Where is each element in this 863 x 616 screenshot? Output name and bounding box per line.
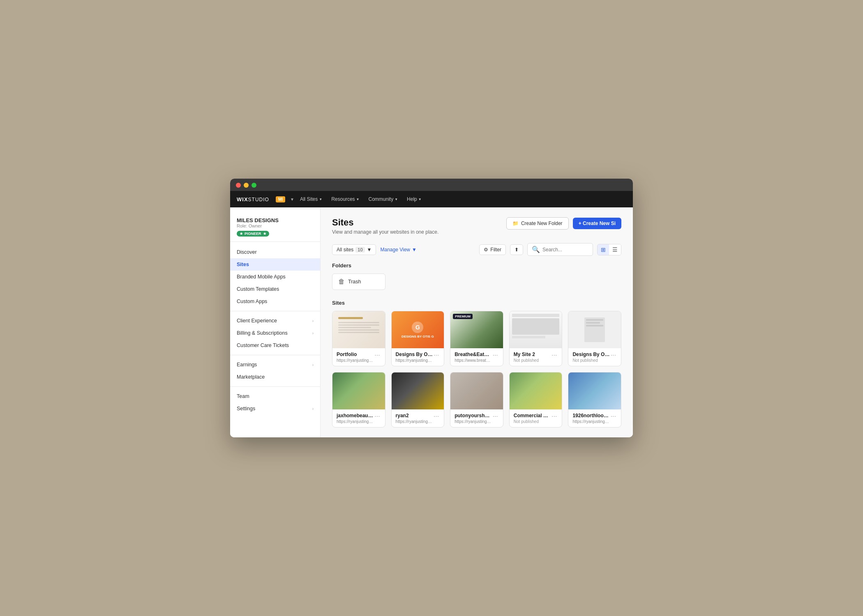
site-card-portfolio[interactable]: Portfolio https://ryanjustingilbe... ··· xyxy=(332,311,385,366)
export-icon: ⬆ xyxy=(515,247,519,253)
site-status: Not published xyxy=(514,358,551,363)
premium-badge: PREMIUM xyxy=(453,314,473,319)
nav-chevron-icon[interactable]: ▼ xyxy=(290,197,294,202)
site-info-commercial: Commercial Shoot 1 Not published xyxy=(514,413,551,424)
site-info-mysite2: My Site 2 Not published xyxy=(514,352,551,363)
site-more-button[interactable]: ··· xyxy=(610,352,617,359)
sidebar-item-sites[interactable]: Sites xyxy=(230,258,320,271)
sidebar-item-team[interactable]: Team xyxy=(230,390,320,402)
site-more-button[interactable]: ··· xyxy=(433,413,440,420)
sidebar-item-discover[interactable]: Discover xyxy=(230,246,320,258)
site-url: https://ryanjustingilbe... xyxy=(396,358,433,363)
chevron-down-icon: ▼ xyxy=(395,198,398,201)
site-info-designs2: Designs By Otis G Not published xyxy=(572,352,609,363)
list-view-button[interactable]: ☰ xyxy=(609,244,621,255)
search-box[interactable]: 🔍 xyxy=(527,243,593,256)
sidebar-item-customer-care[interactable]: Customer Care Tickets xyxy=(230,339,320,352)
sidebar: MILES DESIGNS Role: Owner ★ PIONEER ★ Di… xyxy=(230,207,321,437)
site-more-button[interactable]: ··· xyxy=(551,352,558,359)
all-sites-dropdown[interactable]: All sites 10 ▼ xyxy=(332,244,376,255)
traffic-light-green[interactable] xyxy=(252,183,256,188)
site-name: My Site 2 xyxy=(514,352,551,357)
site-card-body-jax: jaxhomebeauties https://ryanjustingilbe.… xyxy=(332,409,385,427)
sidebar-divider-2 xyxy=(230,355,320,355)
nav-help[interactable]: Help ▼ xyxy=(404,195,425,204)
sidebar-item-earnings[interactable]: Earnings › xyxy=(230,359,320,371)
site-thumbnail-breathe: PREMIUM xyxy=(450,311,503,348)
site-card-body-mysite2: My Site 2 Not published ··· xyxy=(510,348,562,366)
site-card-commercial[interactable]: Commercial Shoot 1 Not published ··· xyxy=(509,372,563,428)
site-card-jax[interactable]: jaxhomebeauties https://ryanjustingilbe.… xyxy=(332,372,385,428)
sidebar-divider xyxy=(230,311,320,311)
site-card-mysite2[interactable]: My Site 2 Not published ··· xyxy=(509,311,563,366)
create-site-button[interactable]: + Create New Si xyxy=(573,218,621,229)
site-name: Portfolio xyxy=(337,352,374,357)
site-card-designs-otis[interactable]: G DESIGNS BY OTIS G Designs By Otis G ht… xyxy=(391,311,445,366)
site-more-button[interactable]: ··· xyxy=(374,413,381,420)
user-nav-badge[interactable]: MI xyxy=(276,196,285,202)
export-button[interactable]: ⬆ xyxy=(510,244,523,255)
chevron-right-icon: › xyxy=(312,407,314,411)
site-name: Breathe&EatChoc... xyxy=(455,352,491,357)
search-input[interactable] xyxy=(542,247,588,253)
site-card-ryan2[interactable]: ryan2 https://ryanjustingilbe... ··· xyxy=(391,372,445,428)
site-card-body-ryan2: ryan2 https://ryanjustingilbe... ··· xyxy=(392,409,444,427)
site-more-button[interactable]: ··· xyxy=(491,413,498,420)
site-thumbnail-designs2 xyxy=(568,311,621,348)
user-role: Role: Owner xyxy=(237,223,314,228)
grid-view-button[interactable]: ⊞ xyxy=(598,244,609,255)
site-thumbnail-designs: G DESIGNS BY OTIS G xyxy=(392,311,444,348)
site-card-designs2[interactable]: Designs By Otis G Not published ··· xyxy=(568,311,621,366)
sidebar-item-client-experience[interactable]: Client Experience › xyxy=(230,315,320,327)
site-name: putonyourshoes xyxy=(455,413,491,418)
traffic-light-red[interactable] xyxy=(236,183,241,188)
chevron-right-icon: › xyxy=(312,331,314,336)
site-more-button[interactable]: ··· xyxy=(551,413,558,420)
content-header: Sites View and manage all your websites … xyxy=(332,217,621,235)
user-section: MILES DESIGNS Role: Owner ★ PIONEER ★ xyxy=(230,214,320,242)
filter-icon: ⚙ xyxy=(484,247,488,253)
site-card-putonyour[interactable]: putonyourshoes https://ryanjustingilbe..… xyxy=(450,372,503,428)
sidebar-item-marketplace[interactable]: Marketplace xyxy=(230,371,320,383)
nav-community[interactable]: Community ▼ xyxy=(365,195,401,204)
sidebar-item-billing[interactable]: Billing & Subscriptions › xyxy=(230,327,320,339)
sidebar-item-settings[interactable]: Settings › xyxy=(230,402,320,415)
site-card-1926[interactable]: 1926northlooppkwy https://ryanjustingilb… xyxy=(568,372,621,428)
site-more-button[interactable]: ··· xyxy=(610,413,617,420)
site-thumbnail-jax xyxy=(332,372,385,409)
star-icon-right: ★ xyxy=(263,232,266,236)
filter-button[interactable]: ⚙ Filter xyxy=(479,244,506,255)
wix-logo: WIXSTUDIO xyxy=(237,196,269,202)
nav-all-sites[interactable]: All Sites ▼ xyxy=(297,195,325,204)
create-folder-button[interactable]: 📁 Create New Folder xyxy=(506,217,569,230)
folder-trash[interactable]: 🗑 Trash xyxy=(332,274,385,290)
site-info-putonyour: putonyourshoes https://ryanjustingilbe..… xyxy=(455,413,491,424)
site-more-button[interactable]: ··· xyxy=(491,352,498,359)
sites-section-title: Sites xyxy=(332,300,621,306)
site-card-body-breathe: Breathe&EatChoc... https://www.breathea.… xyxy=(450,348,503,366)
site-url: https://ryanjustingilbe... xyxy=(396,419,433,424)
browser-chrome xyxy=(230,179,633,191)
site-info-breathe: Breathe&EatChoc... https://www.breathea.… xyxy=(455,352,491,363)
browser-window: WIXSTUDIO MI ▼ All Sites ▼ Resources ▼ C… xyxy=(230,179,633,437)
chevron-right-icon: › xyxy=(312,363,314,367)
sidebar-item-custom-templates[interactable]: Custom Templates xyxy=(230,283,320,295)
site-info-designs: Designs By Otis G https://ryanjustingilb… xyxy=(396,352,433,363)
site-thumbnail-mysite2 xyxy=(510,311,562,348)
star-icon: ★ xyxy=(240,232,243,236)
site-more-button[interactable]: ··· xyxy=(374,352,381,359)
manage-view-button[interactable]: Manage View ▼ xyxy=(380,247,416,253)
site-url: https://ryanjustingilbe... xyxy=(337,358,374,363)
search-icon: 🔍 xyxy=(532,246,540,253)
sidebar-item-custom-apps[interactable]: Custom Apps xyxy=(230,295,320,308)
sidebar-item-branded-mobile-apps[interactable]: Branded Mobile Apps xyxy=(230,271,320,283)
traffic-light-yellow[interactable] xyxy=(244,183,249,188)
site-info-1926: 1926northlooppkwy https://ryanjustingilb… xyxy=(572,413,609,424)
site-card-breathe[interactable]: PREMIUM Breathe&EatChoc... https://www.b… xyxy=(450,311,503,366)
site-more-button[interactable]: ··· xyxy=(433,352,440,359)
nav-resources[interactable]: Resources ▼ xyxy=(328,195,362,204)
site-status: Not published xyxy=(514,419,551,424)
site-url: https://www.breathea... xyxy=(455,358,491,363)
sites-grid: Portfolio https://ryanjustingilbe... ···… xyxy=(332,311,621,428)
folder-icon: 📁 xyxy=(512,221,519,226)
